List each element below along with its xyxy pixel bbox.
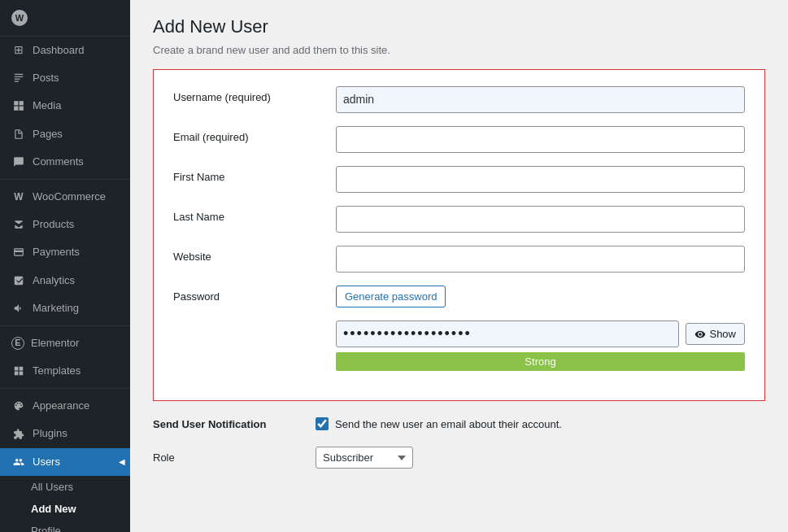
sidebar-item-label: Plugins (33, 426, 67, 441)
sidebar-item-label: Comments (33, 155, 84, 169)
sidebar-item-products[interactable]: Products (0, 211, 130, 238)
dashboard-icon: ⊞ (11, 43, 26, 58)
email-field (336, 126, 745, 153)
password-input-row: Show (336, 321, 745, 347)
sidebar-item-comments[interactable]: Comments (0, 148, 130, 176)
sidebar-item-label: Elementor (31, 336, 79, 351)
sidebar-item-label: Appearance (33, 399, 89, 413)
role-label: Role (153, 451, 316, 464)
sidebar-item-templates[interactable]: Templates (0, 357, 130, 385)
pages-icon (11, 127, 26, 142)
users-arrow-icon: ◀ (119, 456, 125, 468)
sidebar-item-label: Marketing (33, 301, 79, 316)
media-icon (11, 98, 26, 113)
sidebar-item-label: WooCommerce (33, 190, 106, 204)
posts-icon (11, 71, 26, 85)
appearance-icon (11, 399, 26, 413)
templates-icon (11, 364, 26, 378)
firstname-field (336, 166, 745, 193)
username-label: Username (required) (173, 86, 336, 103)
password-input[interactable] (336, 321, 679, 347)
eye-icon (694, 329, 706, 340)
marketing-icon (11, 301, 26, 316)
email-row: Email (required) (173, 126, 745, 153)
website-row: Website (173, 246, 745, 273)
sidebar-item-label: Dashboard (33, 43, 85, 58)
sidebar-item-payments[interactable]: Payments (0, 238, 130, 266)
generate-password-button[interactable]: Generate password (336, 286, 446, 307)
wp-logo-icon: W (11, 10, 28, 26)
sidebar-item-pages[interactable]: Pages (0, 120, 130, 148)
email-label: Email (required) (173, 126, 336, 143)
firstname-row: First Name (173, 166, 745, 193)
notification-checkbox[interactable] (316, 417, 329, 430)
notification-checkbox-label: Send the new user an email about their a… (335, 418, 562, 430)
role-select[interactable]: Subscriber Contributor Author Editor Adm… (316, 447, 413, 469)
svg-rect-4 (14, 102, 18, 106)
page-subtitle: Create a brand new user and add them to … (153, 44, 765, 56)
add-user-form: Username (required) Email (required) Fir… (153, 69, 765, 401)
show-password-button[interactable]: Show (686, 323, 745, 345)
role-section: Role Subscriber Contributor Author Edito… (153, 447, 765, 469)
notification-section: Send User Notification Send the new user… (153, 417, 765, 430)
sidebar-item-users[interactable]: Users ◀ (0, 448, 130, 476)
sidebar-item-label: Templates (33, 364, 81, 378)
lastname-label: Last Name (173, 206, 336, 223)
elementor-icon: E (11, 337, 24, 350)
sidebar-item-dashboard[interactable]: ⊞ Dashboard (0, 37, 130, 64)
lastname-input[interactable] (336, 206, 745, 233)
password-label: Password (173, 286, 336, 303)
firstname-label: First Name (173, 166, 336, 183)
password-row: Password Generate password Show Strong (173, 286, 745, 371)
username-row: Username (required) (173, 86, 745, 113)
sidebar-item-label: Users (33, 455, 60, 469)
plugins-icon (11, 427, 26, 442)
password-field: Generate password Show Strong (336, 286, 745, 371)
sidebar-logo: W (0, 0, 130, 37)
sidebar-item-appearance[interactable]: Appearance (0, 392, 130, 420)
sidebar-item-add-new[interactable]: Add New (0, 498, 130, 520)
products-icon (11, 217, 26, 232)
website-label: Website (173, 246, 336, 263)
sidebar-item-profile[interactable]: Profile (0, 520, 130, 532)
show-button-label: Show (709, 328, 736, 340)
woocommerce-icon: W (11, 190, 26, 204)
sidebar: W ⊞ Dashboard Posts Media Pages Comments… (0, 0, 130, 532)
payments-icon (11, 245, 26, 259)
users-submenu: All Users Add New Profile (0, 476, 130, 532)
website-input[interactable] (336, 246, 745, 273)
sidebar-item-label: Analytics (33, 273, 75, 288)
sidebar-divider-2 (0, 325, 130, 326)
comments-icon (11, 155, 26, 169)
password-strength-bar: Strong (336, 352, 745, 371)
sidebar-item-plugins[interactable]: Plugins (0, 420, 130, 447)
analytics-icon (11, 273, 26, 288)
svg-rect-2 (15, 79, 20, 80)
main-content: Add New User Create a brand new user and… (130, 0, 788, 532)
sidebar-item-marketing[interactable]: Marketing (0, 294, 130, 322)
svg-rect-3 (15, 81, 19, 82)
sidebar-item-media[interactable]: Media (0, 92, 130, 120)
users-icon (11, 455, 26, 469)
sidebar-item-label: Media (33, 98, 61, 113)
sidebar-item-analytics[interactable]: Analytics (0, 267, 130, 294)
username-field (336, 86, 745, 113)
sidebar-divider-3 (0, 388, 130, 389)
lastname-row: Last Name (173, 206, 745, 233)
svg-rect-1 (15, 76, 24, 77)
website-field (336, 246, 745, 273)
sidebar-item-all-users[interactable]: All Users (0, 476, 130, 498)
sidebar-item-label: Payments (33, 245, 80, 259)
svg-rect-5 (20, 102, 24, 106)
username-input[interactable] (336, 86, 745, 113)
sidebar-item-posts[interactable]: Posts (0, 64, 130, 92)
sidebar-divider-1 (0, 179, 130, 180)
svg-rect-7 (20, 107, 24, 111)
firstname-input[interactable] (336, 166, 745, 193)
svg-rect-0 (15, 74, 24, 75)
sidebar-item-woocommerce[interactable]: W WooCommerce (0, 183, 130, 211)
sidebar-item-label: Pages (33, 127, 63, 142)
sidebar-item-elementor[interactable]: E Elementor (0, 329, 130, 357)
svg-rect-6 (14, 107, 18, 111)
email-input[interactable] (336, 126, 745, 153)
